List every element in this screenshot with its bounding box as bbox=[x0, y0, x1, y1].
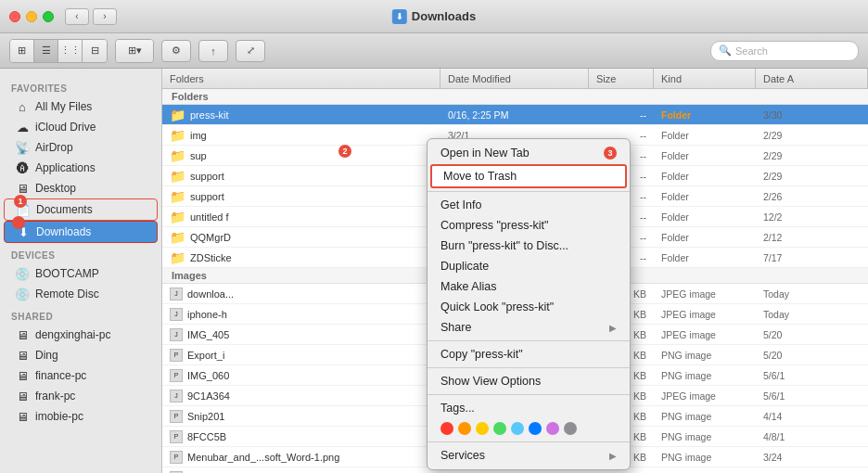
sidebar-item-desktop[interactable]: 🖥 Desktop bbox=[4, 178, 158, 198]
file-row-press-kit[interactable]: 📁 press-kit 2 0/16, 2:25 PM -- Folder 3/… bbox=[162, 105, 868, 125]
file-name-8fcc5b: P8FCC5B bbox=[162, 430, 440, 443]
airdrop-icon: 📡 bbox=[15, 140, 30, 155]
file-name-iphone: Jiphone-h bbox=[162, 308, 440, 321]
color-red[interactable] bbox=[440, 422, 453, 435]
cm-make-alias[interactable]: Make Alias bbox=[428, 276, 630, 297]
file-name-support2: 📁support bbox=[162, 189, 440, 204]
close-button[interactable] bbox=[9, 11, 20, 22]
cm-label-get-info: Get Info bbox=[440, 198, 481, 211]
sidebar-label-imobie: imobie-pc bbox=[35, 410, 83, 423]
color-blue-light[interactable] bbox=[511, 422, 524, 435]
sidebar-label-remote-disc: Remote Disc bbox=[35, 288, 99, 300]
folder-icon-img: 📁 bbox=[170, 128, 185, 143]
sidebar-label-downloads: Downloads bbox=[36, 225, 91, 238]
folder-icon-untitled: 📁 bbox=[170, 210, 185, 224]
column-headers: Folders Date Modified Size Kind Date A bbox=[162, 69, 868, 89]
cm-label-copy: Copy "press-kit" bbox=[440, 348, 523, 361]
remote-disc-icon: 💿 bbox=[15, 287, 30, 301]
share-chevron-icon: ▶ bbox=[609, 323, 617, 333]
color-green[interactable] bbox=[493, 422, 506, 435]
cm-open-new-tab[interactable]: Open in New Tab 3 bbox=[428, 143, 630, 163]
view-columns-button[interactable]: ⋮⋮ bbox=[58, 40, 83, 62]
cm-duplicate[interactable]: Duplicate bbox=[428, 256, 630, 276]
file-added-press-kit: 3/30 bbox=[756, 109, 868, 121]
cm-label-move-to-trash: Move to Trash bbox=[443, 170, 517, 183]
cm-label-tags: Tags... bbox=[440, 402, 475, 415]
sidebar-item-ding[interactable]: 🖥 Ding bbox=[4, 345, 158, 365]
search-bar[interactable]: 🔍 Search bbox=[710, 41, 859, 61]
view-list-button[interactable]: ☰ bbox=[34, 40, 58, 62]
color-orange[interactable] bbox=[458, 422, 471, 435]
cm-burn[interactable]: Burn "press-kit" to Disc... bbox=[428, 236, 630, 256]
sidebar-item-icloud-drive[interactable]: ☁ iCloud Drive bbox=[4, 117, 158, 137]
folder-icon-sup: 📁 bbox=[170, 148, 185, 163]
sidebar-label-documents: Documents bbox=[36, 203, 93, 216]
cm-move-to-trash[interactable]: Move to Trash bbox=[430, 164, 627, 188]
view-cover-button[interactable]: ⊟ bbox=[83, 40, 107, 62]
sidebar-item-documents[interactable]: 📄 Documents 1 bbox=[4, 198, 158, 221]
documents-badge: 1 bbox=[14, 195, 27, 208]
color-gray[interactable] bbox=[564, 422, 577, 435]
file-name-9c1a364: J9C1A364 bbox=[162, 390, 440, 403]
file-name-img: 📁img bbox=[162, 128, 440, 143]
icloud-icon: ☁ bbox=[15, 120, 30, 134]
cm-label-burn: Burn "press-kit" to Disc... bbox=[440, 239, 568, 252]
png-icon-snip201: P bbox=[170, 410, 183, 423]
cm-label-duplicate: Duplicate bbox=[440, 260, 489, 273]
context-menu: Open in New Tab 3 Move to Trash Get Info… bbox=[427, 138, 631, 470]
cm-quick-look[interactable]: Quick Look "press-kit" bbox=[428, 297, 630, 317]
cm-tags[interactable]: Tags... bbox=[428, 398, 630, 418]
cm-share[interactable]: Share ▶ bbox=[428, 317, 630, 338]
sidebar-item-downloads[interactable]: ⬇ Downloads bbox=[4, 221, 158, 243]
cm-copy[interactable]: Copy "press-kit" bbox=[428, 344, 630, 364]
arrange-button[interactable]: ⊞▾ bbox=[116, 40, 153, 62]
forward-button[interactable]: › bbox=[93, 8, 117, 25]
sidebar-label-frank: frank-pc bbox=[35, 390, 75, 403]
file-name-sup: 📁sup bbox=[162, 148, 440, 163]
sidebar-item-dengxinghai[interactable]: 🖥 dengxinghai-pc bbox=[4, 325, 158, 345]
ding-icon: 🖥 bbox=[15, 348, 30, 363]
cm-show-view-options[interactable]: Show View Options bbox=[428, 371, 630, 391]
traffic-lights bbox=[9, 11, 54, 22]
col-header-kind[interactable]: Kind bbox=[654, 69, 756, 88]
sidebar-item-frank-pc[interactable]: 🖥 frank-pc bbox=[4, 386, 158, 406]
sidebar-item-applications[interactable]: 🅐 Applications bbox=[4, 158, 158, 178]
col-header-date-added[interactable]: Date A bbox=[756, 69, 868, 88]
back-button[interactable]: ‹ bbox=[65, 8, 89, 25]
folder-icon: 📁 bbox=[170, 108, 185, 122]
color-purple[interactable] bbox=[546, 422, 559, 435]
action-button[interactable]: ⚙ bbox=[161, 40, 191, 62]
col-header-size[interactable]: Size bbox=[589, 69, 654, 88]
cm-compress[interactable]: Compress "press-kit" bbox=[428, 215, 630, 236]
sidebar-item-all-my-files[interactable]: ⌂ All My Files bbox=[4, 96, 158, 117]
color-blue[interactable] bbox=[529, 422, 542, 435]
dengxinghai-icon: 🖥 bbox=[15, 327, 30, 342]
col-header-name[interactable]: Folders bbox=[162, 69, 440, 88]
sidebar-item-finance-pc[interactable]: 🖥 finance-pc bbox=[4, 365, 158, 386]
file-content-area: Folders Date Modified Size Kind Date A F… bbox=[162, 69, 868, 473]
maximize-button[interactable] bbox=[43, 11, 54, 22]
png-icon-8fcc5b: P bbox=[170, 430, 183, 443]
downloads-badge bbox=[12, 216, 25, 229]
sidebar-label-icloud: iCloud Drive bbox=[35, 121, 96, 134]
col-header-date[interactable]: Date Modified bbox=[440, 69, 589, 88]
view-buttons: ⊞ ☰ ⋮⋮ ⊟ bbox=[9, 39, 108, 63]
sidebar-item-bootcamp[interactable]: 💿 BOOTCAMP bbox=[4, 263, 158, 284]
jpeg-icon-9c1a364: J bbox=[170, 390, 183, 403]
png-icon-img060: P bbox=[170, 369, 183, 382]
springy-button[interactable]: ⤢ bbox=[236, 40, 265, 62]
share-button[interactable]: ↑ bbox=[198, 40, 228, 62]
cm-services[interactable]: Services ▶ bbox=[428, 445, 630, 466]
color-yellow[interactable] bbox=[476, 422, 489, 435]
downloads-folder-icon: ⬇ bbox=[392, 9, 407, 24]
view-icon-button[interactable]: ⊞ bbox=[10, 40, 34, 62]
png-icon-menubar1: P bbox=[170, 451, 183, 464]
minimize-button[interactable] bbox=[26, 11, 37, 22]
frank-pc-icon: 🖥 bbox=[15, 389, 30, 403]
file-name-menubar1: PMenubar_and_...soft_Word-1.png bbox=[162, 451, 440, 464]
cm-divider-1 bbox=[428, 191, 630, 192]
cm-get-info[interactable]: Get Info bbox=[428, 195, 630, 215]
sidebar-item-remote-disc[interactable]: 💿 Remote Disc bbox=[4, 284, 158, 304]
sidebar-item-airdrop[interactable]: 📡 AirDrop bbox=[4, 137, 158, 158]
sidebar-item-imobie-pc[interactable]: 🖥 imobie-pc bbox=[4, 406, 158, 427]
